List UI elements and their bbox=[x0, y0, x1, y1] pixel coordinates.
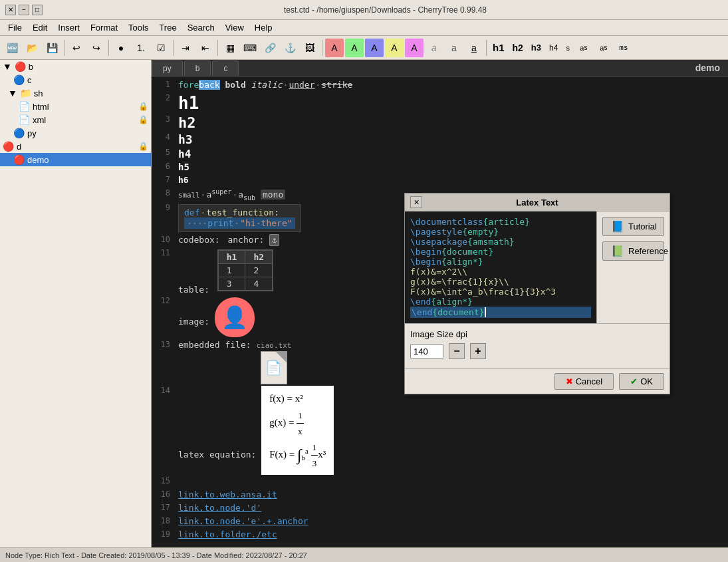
color-3-button[interactable]: A bbox=[365, 39, 384, 57]
color-6-button[interactable]: a bbox=[425, 39, 443, 57]
new-node-button[interactable]: 🆕 bbox=[3, 39, 21, 57]
toolbar-sep-3 bbox=[173, 40, 174, 56]
menu-tools[interactable]: Tools bbox=[123, 21, 154, 34]
line-3: 3 h2 bbox=[152, 114, 728, 132]
toolbar-sep-6 bbox=[486, 40, 487, 56]
node-icon-xml: 📄 bbox=[19, 114, 30, 125]
dpi-minus-button[interactable]: − bbox=[449, 343, 465, 359]
menu-edit[interactable]: Edit bbox=[27, 21, 53, 34]
embedded-file[interactable]: ciao.txt 📄 bbox=[256, 341, 291, 384]
color-fg-button[interactable]: A bbox=[325, 39, 344, 57]
menubar: File Edit Insert Format Tools Tree Searc… bbox=[0, 20, 728, 36]
tab-b[interactable]: b bbox=[184, 61, 211, 76]
tab-py[interactable]: py bbox=[152, 61, 183, 76]
sidebar-label-py: py bbox=[27, 128, 37, 138]
table-button[interactable]: ▦ bbox=[221, 39, 239, 57]
link-button[interactable]: 🔗 bbox=[261, 39, 279, 57]
sidebar-item-html[interactable]: 📄 html 🔒 bbox=[0, 100, 151, 113]
menu-search[interactable]: Search bbox=[182, 21, 220, 34]
line-19: 19 link.to.folder./etc bbox=[152, 529, 728, 542]
codeblock-button[interactable]: ⌨ bbox=[241, 39, 259, 57]
sidebar-item-sh[interactable]: ▼ 📁 sh bbox=[0, 86, 151, 100]
anchor-button[interactable]: ⚓ bbox=[281, 39, 299, 57]
redo-button[interactable]: ↪ bbox=[87, 39, 106, 57]
menu-tree[interactable]: Tree bbox=[154, 21, 182, 34]
ok-button[interactable]: ✔ OK bbox=[619, 373, 664, 390]
tab-c[interactable]: c bbox=[212, 61, 239, 76]
lock-icon-d: 🔒 bbox=[138, 142, 148, 151]
subscript-button[interactable]: as bbox=[594, 39, 613, 57]
underline-color-button[interactable]: a bbox=[465, 39, 483, 57]
indent-button[interactable]: ⇥ bbox=[176, 39, 195, 57]
dpi-label: Image Size dpi bbox=[410, 329, 467, 339]
color-4-button[interactable]: A bbox=[385, 39, 404, 57]
code-line-1: def·test_function: bbox=[184, 208, 295, 217]
bullet-list-button[interactable]: ● bbox=[112, 39, 130, 57]
unindent-button[interactable]: ⇤ bbox=[196, 39, 215, 57]
sidebar-item-d[interactable]: 🔴 d 🔒 bbox=[0, 140, 151, 153]
menu-format[interactable]: Format bbox=[85, 21, 123, 34]
cancel-button[interactable]: ✖ Cancel bbox=[554, 373, 614, 390]
sidebar-item-demo[interactable]: 🔴 demo bbox=[0, 153, 151, 166]
menu-file[interactable]: File bbox=[3, 21, 27, 34]
menu-help[interactable]: Help bbox=[249, 21, 278, 34]
monospace-button[interactable]: ms bbox=[614, 39, 633, 57]
h3-button[interactable]: h3 bbox=[528, 39, 545, 57]
dpi-plus-button[interactable]: + bbox=[470, 343, 486, 359]
line-1: 1 foreback bold italic·under·strike bbox=[152, 79, 728, 92]
node-icon-sh: 📁 bbox=[20, 88, 31, 98]
link-1[interactable]: link.to.web.ansa.it bbox=[178, 490, 277, 499]
image-button[interactable]: 🖼 bbox=[301, 39, 319, 57]
undo-button[interactable]: ↩ bbox=[67, 39, 86, 57]
super-text: super bbox=[211, 188, 231, 196]
image-label: image: bbox=[178, 317, 215, 327]
color-bg-button[interactable]: A bbox=[345, 39, 364, 57]
node-icon-d: 🔴 bbox=[3, 141, 14, 152]
open-button[interactable]: 📂 bbox=[23, 39, 41, 57]
minimize-button[interactable]: − bbox=[19, 5, 29, 15]
dpi-input[interactable] bbox=[410, 345, 443, 358]
save-button[interactable]: 💾 bbox=[43, 39, 61, 57]
link-4[interactable]: link.to.folder./etc bbox=[178, 529, 277, 539]
small-text: small bbox=[178, 191, 200, 200]
maximize-button[interactable]: □ bbox=[32, 5, 43, 15]
h1-button[interactable]: h1 bbox=[489, 39, 508, 57]
code-block: def·test_function: ····print·"hi·there" bbox=[178, 204, 301, 232]
menu-view[interactable]: View bbox=[220, 21, 249, 34]
tutorial-label: Tutorial bbox=[628, 221, 657, 231]
reference-button[interactable]: 📗 Reference bbox=[602, 241, 664, 261]
small-button[interactable]: s bbox=[562, 39, 573, 57]
lock-icon-xml: 🔒 bbox=[138, 115, 148, 124]
h2-button[interactable]: h2 bbox=[509, 39, 527, 57]
bold-text: bold bbox=[225, 80, 245, 90]
h6-text: h6 bbox=[178, 175, 189, 185]
menu-insert[interactable]: Insert bbox=[53, 21, 85, 34]
todo-list-button[interactable]: ☑ bbox=[152, 39, 170, 57]
sub-text: sub bbox=[243, 194, 255, 202]
sidebar-item-py[interactable]: 🔵 py bbox=[0, 126, 151, 140]
color-7-button[interactable]: a bbox=[445, 39, 463, 57]
link-2[interactable]: link.to.node.'d' bbox=[178, 503, 261, 513]
ordered-list-button[interactable]: 1. bbox=[132, 39, 150, 57]
tutorial-button[interactable]: 📘 Tutorial bbox=[602, 217, 664, 236]
sidebar-item-xml[interactable]: 📄 xml 🔒 bbox=[0, 113, 151, 126]
line-2: 2 h1 bbox=[152, 92, 728, 114]
latex-line-7: g(x)&=\frac{1}{x}\\ bbox=[410, 277, 591, 287]
color-5-button[interactable]: A bbox=[405, 39, 424, 57]
sidebar-item-b[interactable]: ▼ 🔴 b bbox=[0, 60, 151, 73]
h3-text: h3 bbox=[178, 132, 193, 146]
window-controls: ✕ − □ bbox=[5, 5, 43, 15]
superscript-button[interactable]: as bbox=[574, 39, 593, 57]
h4-button[interactable]: h4 bbox=[546, 39, 561, 57]
sidebar-item-c[interactable]: 🔵 c bbox=[0, 73, 151, 86]
link-3[interactable]: link.to.node.'e'.+.anchor bbox=[178, 516, 308, 526]
latex-line-3: \usepackage{amsmath} bbox=[410, 237, 591, 247]
dialog-code-editor[interactable]: \documentclass{article} \pagestyle{empty… bbox=[405, 211, 596, 323]
window-title: test.ctd - /home/giuspen/Downloads - Che… bbox=[48, 5, 723, 15]
close-button[interactable]: ✕ bbox=[5, 5, 16, 15]
line-18: 18 link.to.node.'e'.+.anchor bbox=[152, 515, 728, 529]
latex-line-6: f(x)&=x^2\\ bbox=[410, 267, 591, 277]
dialog-close-button[interactable]: ✕ bbox=[410, 196, 422, 208]
reference-label: Reference bbox=[628, 246, 668, 256]
data-table: h1h2 12 34 bbox=[217, 249, 273, 291]
